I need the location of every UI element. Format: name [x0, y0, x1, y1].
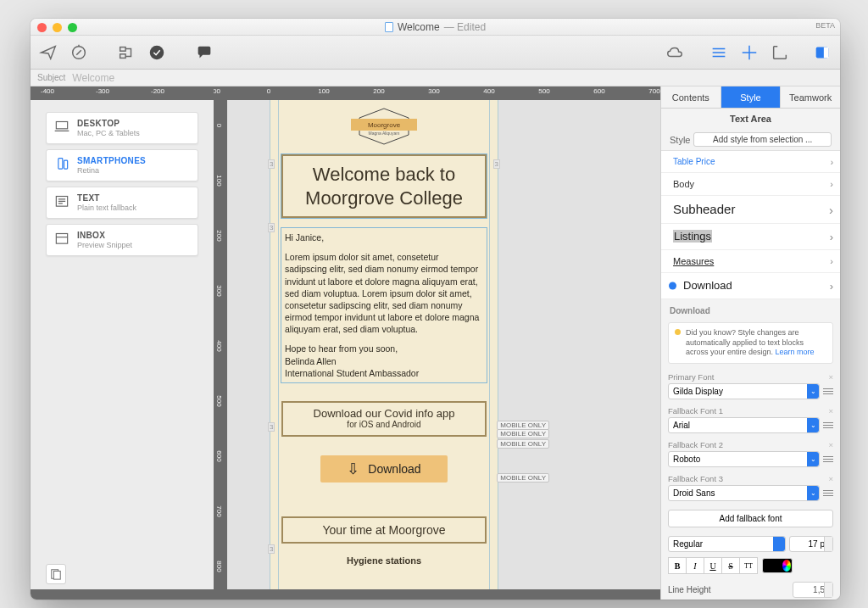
fallback-font-3-select[interactable]: Droid Sans⌄: [668, 485, 820, 501]
style-subheader[interactable]: Subheader›: [661, 196, 840, 224]
logo-name: Moorgrove: [351, 119, 417, 131]
measure-icon[interactable]: [771, 43, 789, 62]
font-size-input[interactable]: 17 px: [789, 536, 833, 552]
inspector-tabs: Contents Style Teamwork: [661, 86, 840, 109]
structure-icon[interactable]: [117, 43, 136, 62]
ruler-left: 0 100 200 300 400 500 600 700 800: [214, 100, 227, 589]
style-select[interactable]: Add style from selection ...: [693, 132, 832, 147]
app-window: Welcome — Edited BETA Subject Welcome: [31, 19, 840, 600]
line-height-input[interactable]: 1,5x: [793, 582, 833, 598]
drag-handle-icon[interactable]: [823, 388, 833, 394]
ruler-top-left: -400 -300 -200: [31, 86, 214, 100]
svg-rect-13: [64, 160, 67, 169]
hygiene-heading[interactable]: Hygiene stations: [281, 555, 487, 566]
traffic-lights: [37, 23, 77, 32]
primary-font-select[interactable]: Gilda Display⌄: [668, 383, 820, 399]
svg-point-3: [150, 45, 164, 59]
inspector-body[interactable]: Text Area Style Add style from selection…: [661, 109, 840, 600]
inbox-icon: [53, 231, 70, 247]
device-desktop[interactable]: DESKTOP Mac, PC & Tablets: [46, 112, 198, 144]
svg-rect-1: [120, 47, 125, 51]
tab-style[interactable]: Style: [721, 86, 782, 108]
style-table-price[interactable]: Table Price›: [661, 151, 840, 173]
beta-tag: BETA: [815, 21, 835, 30]
svg-rect-11: [56, 121, 67, 128]
mobile-only-badge: MOBILE ONLY: [497, 439, 549, 449]
window-title: Welcome — Edited: [385, 21, 486, 33]
toolbar: [31, 36, 840, 70]
doc-edited: — Edited: [444, 21, 486, 33]
download-button[interactable]: ⇩ Download: [320, 455, 448, 482]
tip-box: Did you know? Style changes are automati…: [668, 322, 833, 364]
remove-font-button[interactable]: ×: [828, 372, 833, 382]
alignment-guides-icon[interactable]: [709, 43, 728, 62]
tab-contents[interactable]: Contents: [661, 86, 721, 108]
svg-rect-21: [53, 572, 60, 580]
style-download[interactable]: Download›: [661, 273, 840, 299]
underline-button[interactable]: U: [704, 557, 722, 574]
doc-title: Welcome: [398, 21, 440, 33]
compass-icon[interactable]: [70, 43, 88, 62]
text-icon: [53, 194, 70, 209]
zoom-window-button[interactable]: [68, 23, 77, 32]
panel-title: Text Area: [661, 109, 840, 129]
font-weight-select[interactable]: Regular: [668, 536, 786, 552]
mobile-only-badge: MOBILE ONLY: [497, 473, 549, 482]
format-buttons: B I U S TT: [661, 557, 840, 579]
svg-rect-12: [58, 159, 63, 169]
inspector-toggle-icon[interactable]: [813, 43, 832, 62]
strike-button[interactable]: S: [721, 557, 740, 574]
style-measures[interactable]: Measures›: [661, 250, 840, 273]
svg-rect-2: [120, 53, 125, 58]
italic-button[interactable]: I: [686, 557, 704, 574]
download-arrow-icon: ⇩: [347, 461, 359, 477]
page-setup-button[interactable]: [46, 564, 66, 584]
ruler-bottom-left: [31, 589, 214, 600]
section-label: Download: [661, 299, 840, 319]
fallback-font-2-select[interactable]: Roboto⌄: [668, 451, 820, 467]
document-icon: [385, 22, 393, 32]
download-section[interactable]: Download our Covid info app for iOS and …: [281, 401, 487, 437]
svg-rect-10: [824, 47, 829, 58]
titlebar: Welcome — Edited BETA: [31, 19, 840, 36]
subject-row: Subject Welcome: [31, 70, 840, 86]
canvas: -100 0 100 200 300 400 500 600 700 0 100…: [214, 86, 660, 600]
style-label: Style: [670, 135, 690, 145]
canvas-viewport[interactable]: 3 3 3 3 3 3 Moorgrove Magna Aliquyam Wel…: [227, 100, 660, 589]
device-text[interactable]: TEXT Plain text fallback: [46, 187, 198, 219]
smallcaps-button[interactable]: TT: [739, 557, 758, 574]
tab-teamwork[interactable]: Teamwork: [781, 86, 840, 108]
close-window-button[interactable]: [37, 23, 47, 32]
fallback-font-1-select[interactable]: Arial⌄: [668, 417, 820, 433]
subject-value[interactable]: Welcome: [72, 72, 114, 84]
minimize-window-button[interactable]: [53, 23, 62, 32]
send-test-icon[interactable]: [39, 43, 58, 62]
style-body[interactable]: Body›: [661, 173, 840, 196]
device-inbox[interactable]: INBOX Preview Snippet: [46, 224, 198, 256]
phone-icon: [53, 157, 70, 172]
left-column: -400 -300 -200 DESKTOP Mac, PC & Tablets…: [31, 86, 214, 600]
bold-button[interactable]: B: [668, 557, 687, 574]
ruler-top: -100 0 100 200 300 400 500 600 700: [214, 86, 660, 100]
comments-icon[interactable]: [195, 43, 214, 62]
add-fallback-button[interactable]: Add fallback font: [668, 510, 833, 527]
logo: Moorgrove Magna Aliquyam: [354, 107, 414, 146]
tip-learn-more[interactable]: Learn more: [776, 348, 815, 356]
svg-rect-18: [56, 233, 67, 243]
style-listings[interactable]: Listings›: [661, 224, 840, 250]
style-list: Table Price› Body› Subheader› Listings› …: [661, 150, 840, 299]
cloud-icon[interactable]: [665, 43, 684, 62]
letter-body[interactable]: Hi Janice, Lorem ipsum dolor sit amet, c…: [281, 228, 487, 382]
device-list: DESKTOP Mac, PC & Tablets SMARTPHONES Re…: [46, 112, 198, 256]
email-preview[interactable]: 3 3 3 3 3 3 Moorgrove Magna Aliquyam Wel…: [270, 100, 498, 589]
laptop-icon: [53, 120, 70, 135]
hero-heading[interactable]: Welcome back to Moorgrove College: [281, 154, 487, 218]
text-color-swatch[interactable]: [762, 558, 793, 573]
check-icon[interactable]: [147, 43, 166, 62]
device-smartphones[interactable]: SMARTPHONES Retina: [46, 149, 198, 181]
logo-tagline: Magna Aliquyam: [354, 131, 414, 136]
inspector-panel: Contents Style Teamwork Text Area Style …: [660, 86, 840, 600]
grid-icon[interactable]: [740, 43, 759, 62]
ruler-bottom: [214, 589, 660, 600]
time-section[interactable]: Your time at Moorgrove: [281, 516, 487, 544]
